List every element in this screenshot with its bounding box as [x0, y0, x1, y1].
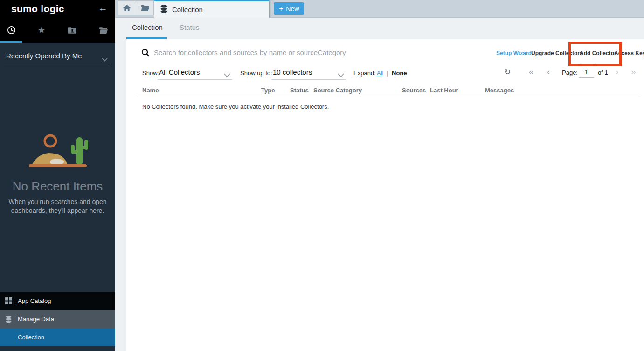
- table-header-divider: [137, 97, 641, 97]
- sidebar: sumo logic ← ★ Recently Opened By Me: [0, 0, 115, 351]
- collapse-sidebar-icon[interactable]: ←: [98, 2, 108, 14]
- dropdown-underline: [158, 79, 232, 80]
- tab-nav-buttons: [118, 0, 154, 15]
- column-header-messages[interactable]: Messages: [485, 87, 514, 94]
- expand-label: Expand:: [353, 70, 376, 77]
- sidebar-icon-tabs: ★: [0, 18, 115, 43]
- refresh-icon[interactable]: ↻: [504, 67, 511, 77]
- active-icon-tab-indicator: [0, 41, 22, 43]
- folder-icon: [141, 5, 149, 11]
- limit-dropdown[interactable]: 10 collectors: [273, 68, 312, 76]
- sidebar-header: sumo logic ←: [0, 0, 115, 18]
- database-icon: [160, 5, 168, 15]
- sidebar-item-label: App Catalog: [18, 297, 51, 304]
- dropdown-underline: [4, 64, 111, 64]
- tab-label: Collection: [172, 6, 203, 14]
- sidebar-item-manage-data[interactable]: Manage Data: [0, 310, 115, 328]
- no-recent-items-description: When you run searches and open dashboard…: [0, 197, 115, 215]
- previous-page-icon[interactable]: ‹: [547, 67, 550, 77]
- chevron-down-icon[interactable]: [338, 71, 344, 79]
- sidebar-item-label: Collection: [18, 334, 44, 341]
- personal-folder-icon[interactable]: [67, 24, 78, 35]
- upgrade-collectors-link[interactable]: Upgrade Collectors: [531, 50, 583, 56]
- search-icon: [141, 49, 150, 59]
- new-button-label: New: [286, 5, 299, 13]
- sumo-logic-app: sumo logic ← ★ Recently Opened By Me: [0, 0, 644, 351]
- empty-state-message: No Collectors found. Make sure you activ…: [142, 103, 329, 110]
- page-label: Page:: [562, 69, 578, 76]
- sidebar-item-label: Manage Data: [18, 316, 54, 323]
- access-keys-link[interactable]: Access Keys: [614, 50, 644, 56]
- favorites-star-icon[interactable]: ★: [36, 24, 47, 35]
- show-label: Show:: [142, 70, 159, 77]
- add-collector-link[interactable]: Add Collector: [580, 50, 616, 56]
- column-header-name[interactable]: Name: [142, 87, 159, 94]
- chevron-down-icon: [102, 55, 108, 63]
- desert-empty-illustration: [27, 133, 89, 171]
- column-header-status[interactable]: Status: [290, 87, 309, 94]
- page-count-label: of 1: [598, 69, 608, 76]
- subtab-status[interactable]: Status: [180, 23, 200, 31]
- plus-icon: +: [279, 5, 283, 13]
- subtab-bar: Collection Status: [115, 18, 644, 39]
- recents-clock-icon[interactable]: [6, 24, 17, 35]
- expand-none-link[interactable]: None: [392, 70, 407, 77]
- sidebar-item-collection[interactable]: Collection: [0, 328, 115, 346]
- column-header-last-hour[interactable]: Last Hour: [430, 87, 458, 94]
- ground-line: [29, 164, 87, 167]
- library-folder-icon[interactable]: [98, 24, 109, 35]
- first-page-icon[interactable]: «: [529, 67, 534, 77]
- collection-panel: Setup Wizard Upgrade Collectors Add Coll…: [126, 39, 644, 351]
- tab-collection[interactable]: Collection: [154, 0, 269, 18]
- sun-icon: [45, 135, 56, 147]
- subtab-collection[interactable]: Collection: [132, 23, 163, 31]
- recently-opened-dropdown[interactable]: Recently Opened By Me: [0, 49, 115, 64]
- app-logo: sumo logic: [11, 3, 64, 14]
- column-header-type[interactable]: Type: [261, 87, 275, 94]
- expand-all-link[interactable]: All: [377, 70, 383, 77]
- next-page-icon[interactable]: ›: [616, 67, 618, 77]
- column-header-source-category[interactable]: Source Category: [313, 87, 362, 94]
- show-up-to-label: Show up to:: [240, 70, 272, 77]
- database-icon: [5, 316, 13, 323]
- sidebar-item-app-catalog[interactable]: App Catalog: [0, 292, 115, 310]
- grid-icon: [5, 297, 13, 305]
- page-number-input[interactable]: [579, 66, 594, 78]
- search-input[interactable]: [154, 46, 457, 59]
- chevron-down-icon[interactable]: [224, 71, 230, 79]
- last-page-icon[interactable]: »: [631, 67, 636, 77]
- expand-separator: |: [387, 70, 388, 77]
- content-gutter: [115, 39, 126, 351]
- home-icon: [123, 5, 131, 11]
- recently-opened-label: Recently Opened By Me: [6, 52, 82, 60]
- column-header-sources[interactable]: Sources: [402, 87, 426, 94]
- new-button[interactable]: + New: [274, 2, 304, 15]
- setup-wizard-link[interactable]: Setup Wizard: [496, 50, 532, 56]
- dropdown-underline: [271, 79, 346, 80]
- show-collectors-dropdown[interactable]: All Collectors: [159, 68, 200, 76]
- no-recent-items-title: No Recent Items: [0, 179, 115, 194]
- home-button[interactable]: [118, 1, 136, 15]
- library-button[interactable]: [136, 1, 153, 15]
